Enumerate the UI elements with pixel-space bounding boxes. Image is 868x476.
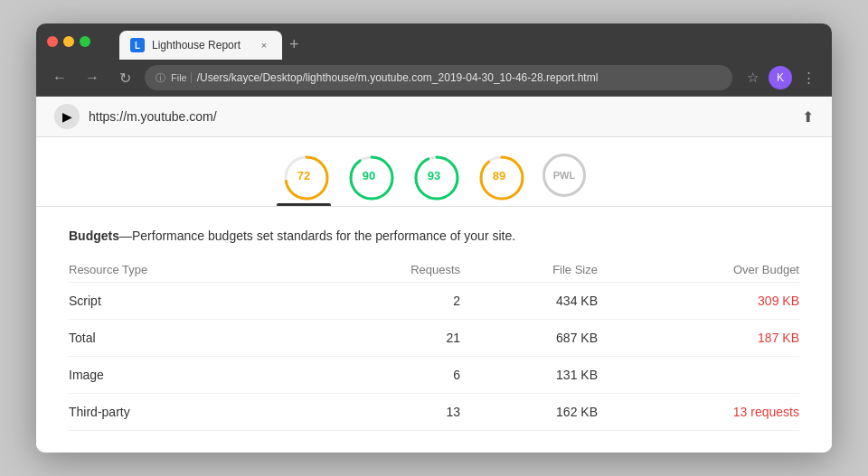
traffic-light-green[interactable] (80, 36, 90, 47)
budget-table: Resource Type Requests File Size Over Bu… (69, 257, 799, 431)
address-bar: ← → ↻ ⓘ File /Users/kayce/Desktop/lighth… (36, 60, 832, 97)
table-row: Third-party13162 KB13 requests (69, 394, 799, 431)
section-title-rest: —Performance budgets set standards for t… (119, 229, 515, 243)
tabs-container: L Lighthouse Report × + (119, 23, 299, 60)
page-top-bar: ▶ https://m.youtube.com/ ⬆ (36, 97, 832, 137)
section-description: Budgets—Performance budgets set standard… (69, 229, 799, 243)
score-value-performance: 72 (297, 169, 310, 182)
table-header-row: Resource Type Requests File Size Over Bu… (69, 257, 799, 283)
forward-button[interactable]: → (80, 65, 105, 90)
score-seo[interactable]: 89 (477, 154, 521, 206)
table-row: Total21687 KB187 KB (69, 320, 799, 357)
menu-button[interactable]: ⋮ (796, 65, 821, 90)
col-header-resource-type: Resource Type (69, 257, 309, 283)
traffic-light-red[interactable] (47, 36, 58, 47)
cell-over-budget: 309 KB (598, 283, 799, 320)
score-best-practices[interactable]: 93 (412, 154, 456, 206)
cell-file-size: 687 KB (460, 320, 598, 357)
reload-button[interactable]: ↻ (112, 65, 137, 90)
cell-requests: 21 (309, 320, 460, 357)
score-pwa[interactable]: PWL (542, 154, 586, 206)
cell-resource-type: Image (69, 357, 309, 394)
cell-requests: 6 (309, 357, 460, 394)
score-value-seo: 89 (493, 169, 505, 182)
cell-resource-type: Script (69, 283, 309, 320)
traffic-lights (47, 36, 90, 47)
tab-close-button[interactable]: × (257, 38, 271, 52)
cell-over-budget: 13 requests (598, 394, 799, 431)
user-avatar[interactable]: K (769, 66, 792, 89)
url-bar[interactable]: ⓘ File /Users/kayce/Desktop/lighthouse/m… (145, 65, 732, 90)
score-performance[interactable]: 72 (282, 154, 326, 206)
cell-resource-type: Third-party (69, 394, 309, 431)
cell-over-budget (598, 357, 799, 394)
col-header-file-size: File Size (460, 257, 598, 283)
score-circle-best-practices: 93 (412, 154, 456, 197)
main-content: Budgets—Performance budgets set standard… (36, 207, 832, 453)
site-url: https://m.youtube.com/ (89, 109, 793, 124)
col-header-over-budget: Over Budget (598, 257, 799, 283)
cell-requests: 2 (309, 283, 460, 320)
score-circle-performance: 72 (282, 154, 326, 197)
toolbar-right: ☆ K ⋮ (740, 65, 821, 90)
section-title-bold: Budgets (69, 229, 119, 243)
cell-requests: 13 (309, 394, 460, 431)
score-circle-accessibility: 90 (347, 154, 391, 197)
cell-file-size: 434 KB (460, 283, 598, 320)
tab-title: Lighthouse Report (152, 39, 250, 51)
scores-area: 72 90 93 (36, 137, 832, 207)
share-icon[interactable]: ⬆ (802, 108, 814, 126)
site-icon: ▶ (54, 104, 80, 129)
title-bar: L Lighthouse Report × + (36, 23, 832, 60)
traffic-light-yellow[interactable] (63, 36, 74, 47)
score-value-best-practices: 93 (428, 169, 440, 182)
cell-file-size: 131 KB (460, 357, 598, 394)
cell-over-budget: 187 KB (598, 320, 799, 357)
score-circle-pwa: PWL (542, 154, 586, 197)
new-tab-button[interactable]: + (289, 35, 299, 54)
url-text: /Users/kayce/Desktop/lighthouse/m.youtub… (197, 71, 599, 84)
score-accessibility[interactable]: 90 (347, 154, 391, 206)
info-icon: ⓘ (156, 71, 165, 85)
bookmark-button[interactable]: ☆ (740, 65, 765, 90)
col-header-requests: Requests (309, 257, 460, 283)
back-button[interactable]: ← (47, 65, 72, 90)
active-tab[interactable]: L Lighthouse Report × (119, 31, 282, 60)
score-value-accessibility: 90 (363, 169, 375, 182)
url-protocol-label: File (171, 72, 192, 83)
score-circle-seo: 89 (477, 154, 521, 197)
table-row: Image6131 KB (69, 357, 799, 394)
browser-window: L Lighthouse Report × + ← → ↻ ⓘ File /Us… (36, 23, 832, 453)
pwa-label: PWL (553, 170, 575, 181)
table-row: Script2434 KB309 KB (69, 283, 799, 320)
cell-file-size: 162 KB (460, 394, 598, 431)
tab-favicon: L (130, 38, 145, 52)
cell-resource-type: Total (69, 320, 309, 357)
